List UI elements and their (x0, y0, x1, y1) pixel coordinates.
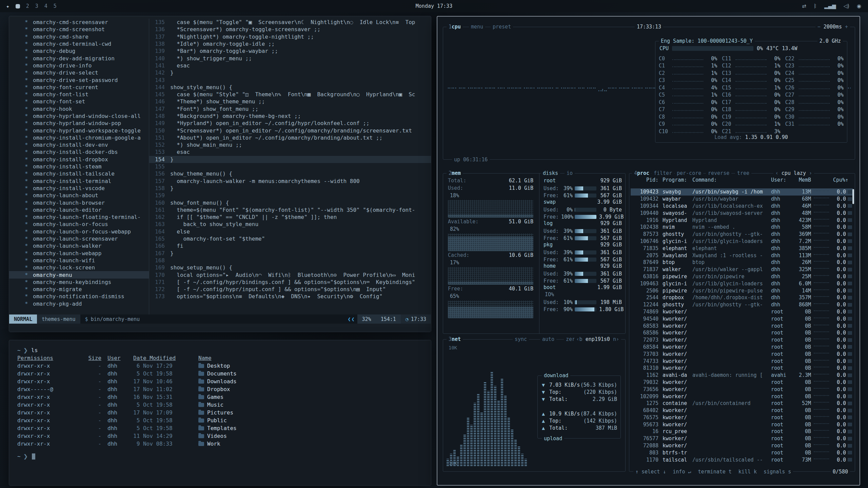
file-list-item[interactable]: *omarchy-launch-about (9, 192, 149, 199)
process-row[interactable]: 76575 kworker/ root 0B 0.0 (631, 414, 853, 421)
volume-icon[interactable]: ◁) (844, 3, 849, 9)
file-list-item[interactable]: *omarchy-install-terminal (9, 178, 149, 185)
process-row[interactable]: 81310 kworker/ root 0B 0.0 (631, 365, 853, 372)
network-icon[interactable]: ⇄ (802, 3, 806, 9)
stats-icon[interactable]: ▂▄▆ (824, 3, 836, 9)
process-list[interactable]: 109423 swaybg /usr/bin/swaybg -i /hom dh… (631, 188, 853, 467)
workspace-1-active[interactable] (16, 4, 20, 8)
process-row[interactable]: 73703 kworker/ root 0B 0.0 (631, 350, 853, 358)
file-list-item[interactable]: *omarchy-launch-screensaver (9, 235, 149, 242)
process-row[interactable]: 803 btrfs-tr root 0B 0.0 (631, 449, 853, 456)
net-box-title[interactable]: 3net (447, 336, 463, 342)
process-row[interactable]: 68586 kworker/ root 0B 0.0 (631, 329, 853, 337)
file-list-item[interactable]: *omarchy-hyprland-workspace-toggle (9, 127, 149, 134)
process-row[interactable]: 109463 glycin-i /usr/lib/glycin-loaders … (631, 280, 853, 287)
file-list-item[interactable]: *omarchy-launch-browser (9, 199, 149, 206)
file-list-item[interactable]: *omarchy-hyprland-window-close-all (9, 113, 149, 120)
file-list-item[interactable]: *omarchy-drive-select (9, 69, 149, 76)
code-editor[interactable]: 135 case $(menu "Toggle" "▣ Screensaver\… (149, 19, 431, 314)
process-row[interactable]: 1916 Hyprland Hyprland dhh 423M 0.0 (631, 217, 853, 224)
process-row[interactable]: 71837 walker /usr/bin/walker --gappl dhh… (631, 266, 853, 273)
file-list-item[interactable]: *omarchy-launch-webapp (9, 250, 149, 257)
file-list-item[interactable]: *omarchy-lock-screen (9, 264, 149, 271)
process-row[interactable]: 71835 elephant elephant dhh 385M 0.0 (631, 245, 853, 252)
bluetooth-icon[interactable]: ᛒ (814, 3, 817, 9)
workspace-5[interactable]: 5 (54, 3, 57, 9)
file-list-item[interactable]: *omarchy-install-dev-env (9, 141, 149, 148)
process-row[interactable]: 109423 swaybg /usr/bin/swaybg -i /hom dh… (631, 188, 853, 196)
file-list-item[interactable]: *omarchy-launch-editor (9, 206, 149, 214)
file-list-item[interactable]: *omarchy-launch-walker (9, 242, 149, 249)
process-row[interactable]: 94540 kworker/ root 0B 0.0 (631, 315, 853, 322)
terminal-window[interactable]: ~ ❯ ls Permissions Size User Date Modifi… (9, 340, 431, 486)
mem-box-title[interactable]: 2mem (447, 170, 463, 176)
file-list-item[interactable]: *omarchy-font-list (9, 91, 149, 98)
process-row[interactable]: 109344 localsea /usr/lib/localsearch-ex … (631, 203, 853, 210)
file-list-item[interactable]: *omarchy-menu (9, 271, 149, 278)
process-row[interactable]: 102099 kworker/ root 0B 0.0 (631, 393, 853, 400)
process-row[interactable]: 63816 pipewire /usr/bin/pipewire dhh 25M… (631, 273, 853, 280)
file-list-item[interactable]: *omarchy-install-docker-dbs (9, 148, 149, 156)
preset-button[interactable]: preset (491, 24, 513, 30)
process-row[interactable]: 72088 kworker/ root 0B 0.0 (631, 442, 853, 449)
proc-box-title[interactable]: 4proc (632, 170, 651, 176)
process-row[interactable]: 2075 Xwayland Xwayland :1 -rootless - dh… (631, 252, 853, 259)
menu-button[interactable]: menu (469, 24, 485, 30)
process-row[interactable]: 87649 btop btop dhh 26M 0.0 (631, 259, 853, 266)
file-list-item[interactable]: *omarchy-install-tailscale (9, 170, 149, 177)
workspace-4[interactable]: 4 (44, 3, 47, 9)
file-list-item[interactable]: *omarchy-launch-or-focus (9, 221, 149, 228)
proc-footer[interactable]: ↑ select ↓ info ↵ terminate t kill k sig… (633, 469, 793, 475)
process-row[interactable]: 72073 kworker/ root 0B 0.0 (631, 337, 853, 344)
reverse-button[interactable]: reverse (706, 170, 731, 176)
process-row[interactable]: 95673 kworker/ root 0B 0.0 (631, 421, 853, 428)
file-list-item[interactable]: *omarchy-launch-floating-terminal- (9, 214, 149, 221)
file-list-item[interactable]: *omarchy-drive-set-password (9, 76, 149, 83)
btop-window[interactable]: 1cpu menu preset 17:33:13 − 2000ms + ⠒⠒⠂… (437, 16, 860, 486)
per-core-button[interactable]: per-core (675, 170, 703, 176)
cpu-box-title[interactable]: 1cpu (447, 24, 463, 30)
cmdline[interactable] (9, 324, 431, 332)
file-list-item[interactable]: *omarchy-hyprland-window-pop (9, 120, 149, 127)
workspace-2[interactable]: 2 (26, 3, 29, 9)
file-list-item[interactable]: *omarchy-debug (9, 47, 149, 55)
process-row[interactable]: 2544 dropbox /home/dhh/.dropbox-dist dhh… (631, 294, 853, 301)
file-list-item[interactable]: *omarchy-font-current (9, 84, 149, 91)
sort-mode-selector[interactable]: ‹ cpu lazy › (773, 170, 814, 176)
file-list[interactable]: *omarchy-cmd-screensaver *omarchy-cmd-sc… (9, 19, 149, 314)
process-row[interactable]: 109432 waybar /usr/bin/waybar dhh 68M 0.… (631, 196, 853, 203)
proc-scrollbar[interactable] (852, 189, 854, 204)
file-list-item[interactable]: *omarchy-cmd-terminal-cwd (9, 40, 149, 47)
update-interval[interactable]: − 2000ms + (815, 24, 850, 30)
process-row[interactable]: 79032 kworker/ root 0B 0.0 (631, 379, 853, 386)
file-list-item[interactable]: *omarchy-notification-dismiss (9, 293, 149, 300)
process-row[interactable]: 106746 glycin-i /usr/lib/glycin-loaders … (631, 238, 853, 245)
net-sync-button[interactable]: sync (513, 336, 529, 342)
terminal-cursor[interactable] (32, 453, 35, 460)
process-row[interactable]: 76577 kworker/ root 0B 0.0 (631, 435, 853, 442)
file-list-item[interactable]: *omarchy-pkg-add (9, 300, 149, 307)
power-icon[interactable]: ◉ (857, 3, 861, 9)
process-row[interactable]: 74733 kworker/ root 0B 0.0 (631, 358, 853, 365)
filter-button[interactable]: filter (652, 170, 674, 176)
file-list-item[interactable]: *omarchy-launch-wifi (9, 257, 149, 264)
file-list-item[interactable]: *omarchy-install-dropbox (9, 156, 149, 163)
process-row[interactable]: 68584 kworker/ root 0B 0.0 (631, 344, 853, 351)
net-interface-selector[interactable]: ‹b enp191s0 n› (574, 336, 621, 342)
process-row[interactable]: 1162 avahi-da avahi-daemon: running [ av… (631, 372, 853, 379)
workspace-3[interactable]: 3 (35, 3, 38, 9)
file-list-item[interactable]: *omarchy-cmd-screensaver (9, 19, 149, 26)
file-list-item[interactable]: *omarchy-menu-keybindings (9, 279, 149, 286)
nvim-window[interactable]: *omarchy-cmd-screensaver *omarchy-cmd-sc… (9, 16, 431, 332)
file-list-item[interactable]: *omarchy-install-vscode (9, 185, 149, 192)
file-list-item[interactable]: *omarchy-install-steam (9, 163, 149, 170)
process-row[interactable]: 74869 kworker/ root 0B 0.0 (631, 308, 853, 316)
file-list-item[interactable]: *omarchy-install-chromium-google-a (9, 134, 149, 141)
process-row[interactable]: 87573 ghostty /usr/bin/ghostty --gtk- dh… (631, 231, 853, 238)
process-row[interactable]: 1275 containe /usr/bin/containerd root 5… (631, 400, 853, 407)
process-row[interactable]: 2506 pipewire /usr/bin/pipewire-pulse dh… (631, 287, 853, 294)
process-row[interactable]: 68402 kworker/ root 0B 0.0 (631, 407, 853, 414)
process-row[interactable]: 1170 tailscal /usr/sbin/tailscaled -- ro… (631, 456, 853, 463)
process-row[interactable]: 102438 nvim nvim --embed . dhh 58M 0.0 (631, 224, 853, 231)
process-row[interactable]: 12244 ghostty /usr/bin/ghostty --gtk- dh… (631, 301, 853, 308)
